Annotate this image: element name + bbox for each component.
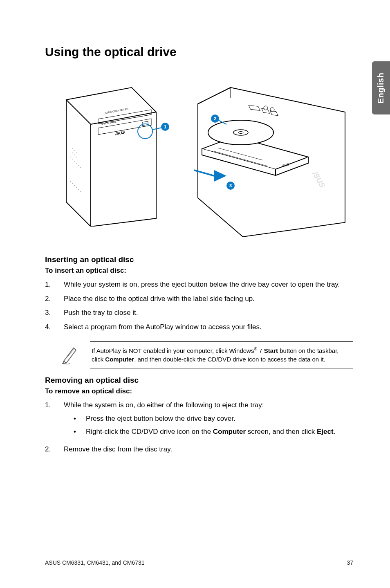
svg-point-12 [70, 181, 71, 182]
remove-subhead: To remove an optical disc: [45, 387, 353, 395]
svg-point-14 [74, 185, 75, 186]
svg-point-10 [78, 165, 79, 166]
open-tray-illustration: /SUS 2 3 /SUS [182, 75, 353, 239]
svg-point-11 [80, 167, 81, 168]
svg-point-8 [74, 161, 75, 162]
closed-pc-illustration: ASUS CM6x SERIES OPTICAL DRIVE /SUS 1 [50, 75, 173, 227]
remove-substeps: Press the eject button below the drive b… [64, 414, 353, 437]
svg-point-1 [74, 150, 75, 151]
figure-open-tray: /SUS 2 3 /SUS [182, 75, 353, 239]
list-item: 3.Push the tray to close it. [45, 308, 353, 318]
svg-point-9 [76, 163, 77, 164]
svg-point-15 [76, 187, 77, 188]
svg-point-13 [72, 183, 73, 184]
footer-left: ASUS CM6331, CM6431, and CM6731 [45, 559, 145, 566]
page-footer: ASUS CM6331, CM6431, and CM6731 37 [45, 559, 353, 566]
callout-2: 2 [214, 116, 216, 121]
footer-rule [45, 555, 353, 555]
list-item: 1. While the system is on, do either of … [45, 400, 353, 440]
figure-closed-pc: ASUS CM6x SERIES OPTICAL DRIVE /SUS 1 [45, 75, 177, 227]
note-text: If AutoPlay is NOT enabled in your compu… [90, 341, 353, 369]
svg-point-0 [72, 148, 73, 149]
list-item: 2.Remove the disc from the disc tray. [45, 444, 353, 455]
list-item: 2.Place the disc to the optical drive wi… [45, 294, 353, 304]
svg-point-33 [208, 120, 273, 145]
svg-point-16 [78, 189, 79, 190]
language-tab: English [372, 61, 390, 114]
footer-page-number: 37 [347, 559, 353, 566]
page-title: Using the optical drive [45, 45, 353, 59]
note-pencil-icon [61, 341, 78, 364]
list-item: Right-click the CD/DVD drive icon on the… [64, 427, 353, 437]
callout-3: 3 [229, 183, 232, 188]
insert-steps: 1.While your system is on, press the eje… [45, 280, 353, 332]
remove-steps: 1. While the system is on, do either of … [45, 400, 353, 455]
list-item: Press the eject button below the drive b… [64, 414, 353, 424]
note-block: If AutoPlay is NOT enabled in your compu… [61, 341, 353, 369]
svg-point-3 [72, 153, 73, 153]
svg-point-5 [76, 157, 77, 157]
remove-heading: Removing an optical disc [45, 376, 353, 385]
list-item: 4.Select a program from the AutoPlay win… [45, 322, 353, 332]
figure-row: ASUS CM6x SERIES OPTICAL DRIVE /SUS 1 [45, 75, 353, 239]
callout-1: 1 [164, 124, 166, 129]
language-tab-label: English [377, 72, 386, 103]
svg-point-6 [70, 157, 71, 157]
svg-point-2 [76, 153, 77, 153]
insert-heading: Inserting an optical disc [45, 255, 353, 264]
svg-point-4 [74, 155, 75, 155]
insert-subhead: To insert an optical disc: [45, 267, 353, 275]
list-item: 1.While your system is on, press the eje… [45, 280, 353, 290]
svg-point-17 [80, 191, 81, 192]
svg-point-7 [72, 159, 73, 159]
